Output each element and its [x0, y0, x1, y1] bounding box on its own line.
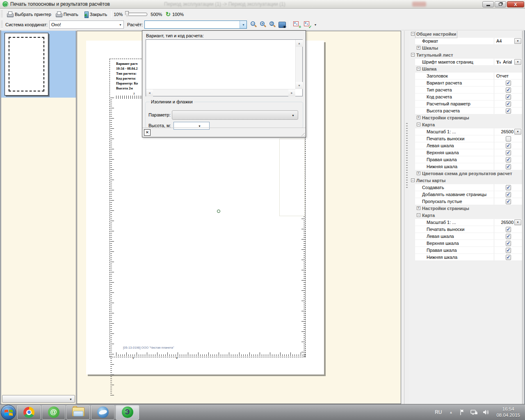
start-button[interactable]	[1, 405, 16, 420]
expand-icon[interactable]: +	[417, 116, 420, 119]
scroll-left-icon[interactable]: ◄	[146, 89, 153, 96]
grid-item-row[interactable]: Расчетный параметр✓	[410, 100, 522, 107]
calc-combobox[interactable]: ▼	[144, 21, 247, 29]
grid-item-row[interactable]: Правая шкала✓	[410, 156, 522, 163]
scroll-down-icon[interactable]: ▼	[296, 82, 303, 89]
thumbnail-selection[interactable]	[1, 31, 76, 98]
grid-item-row[interactable]: Масштаб 1: ...26500▼	[410, 219, 522, 226]
checkbox-checked[interactable]: ✓	[506, 157, 511, 162]
collapse-icon[interactable]: −	[417, 67, 420, 71]
select-printer-button[interactable]: Выбрать принтер	[5, 11, 53, 18]
grid-item-row[interactable]: Нижняя шкала✓	[410, 254, 522, 261]
vertical-scrollbar[interactable]: ▲ ▼	[295, 40, 302, 89]
zoom-page-button[interactable]: ▯	[269, 21, 276, 28]
maximize-button[interactable]	[495, 1, 506, 7]
tray-chevron-icon[interactable]: ▲	[450, 411, 453, 414]
grid-item-row[interactable]: Код расчета✓	[410, 94, 522, 100]
checkbox-checked[interactable]: ✓	[506, 143, 511, 148]
toolbar-grip[interactable]	[1, 11, 3, 18]
refresh-zoom-icon[interactable]: ↻	[165, 11, 171, 17]
checkbox-checked[interactable]: ✓	[506, 87, 511, 93]
grid-item-row[interactable]: Добавлять название страницы✓	[410, 191, 522, 198]
horizontal-scrollbar[interactable]: ◄ ►	[146, 89, 295, 96]
view-area-button[interactable]	[278, 22, 286, 28]
collapse-icon[interactable]: −	[417, 123, 420, 126]
expand-icon[interactable]: +	[417, 206, 420, 210]
grid-category-row[interactable]: −Шапка	[410, 66, 522, 73]
dropdown-button[interactable]: ▼	[514, 129, 521, 135]
close-preview-button[interactable]: Закрыть	[80, 11, 109, 18]
grid-item-row[interactable]: Шрифт макетов страницTтArial▼	[410, 59, 522, 66]
slider-thumb[interactable]	[125, 11, 129, 17]
zoom-slider[interactable]	[125, 11, 148, 18]
checkbox-unchecked[interactable]	[506, 136, 511, 142]
grid-item-row[interactable]: ЗаголовокОтчет	[410, 73, 522, 80]
toolbar-grip[interactable]	[1, 21, 3, 28]
grid-item-row[interactable]: Левая шкала✓	[410, 233, 522, 240]
checkbox-checked[interactable]: ✓	[506, 94, 511, 100]
network-icon[interactable]	[470, 409, 478, 415]
grid-category-row[interactable]: −Карта	[410, 212, 522, 219]
checkbox-checked[interactable]: ✓	[506, 101, 511, 107]
dropdown-button[interactable]: ▼	[514, 59, 521, 65]
collapse-icon[interactable]: −	[411, 178, 415, 182]
speaker-icon[interactable]	[483, 409, 490, 415]
zoom-in-button[interactable]: +	[260, 21, 267, 28]
grid-category-row[interactable]: +Шкалы	[410, 45, 522, 52]
language-indicator[interactable]: RU	[435, 409, 442, 415]
grid-category-row[interactable]: −Общие настройки	[410, 31, 522, 38]
grid-category-row[interactable]: −Карта	[410, 121, 522, 128]
page-thumbnail[interactable]	[5, 33, 48, 96]
grid-item-row[interactable]: Печатать выноски	[410, 135, 522, 142]
action-center-flag-icon[interactable]	[459, 409, 466, 415]
panel-splitter[interactable]	[404, 31, 409, 404]
grid-item-row[interactable]: Правая шкала✓	[410, 247, 522, 254]
checkbox-checked[interactable]: ✓	[506, 150, 511, 155]
thumbnail-panel-combobox[interactable]: ▼	[2, 395, 75, 403]
checkbox-checked[interactable]: ✓	[506, 185, 511, 190]
scroll-right-icon[interactable]: ►	[288, 89, 295, 96]
grid-category-row[interactable]: +Настройки страницы	[410, 205, 522, 212]
grid-item-row[interactable]: Верхняя шкала✓	[410, 240, 522, 247]
panel-close-button[interactable]: ✕	[144, 129, 151, 136]
dropdown-button[interactable]: ▼	[514, 38, 521, 44]
expand-icon[interactable]: +	[417, 46, 420, 50]
add-substance-button[interactable]: +	[293, 21, 301, 28]
chevron-down-icon[interactable]: ▼	[240, 21, 247, 28]
param-combobox[interactable]: ▼	[172, 110, 298, 120]
grid-item-row[interactable]: Пропускать пустые✓	[410, 198, 522, 205]
grid-item-row[interactable]: ФорматA4▼	[410, 38, 522, 45]
taskbar-chrome-button[interactable]	[17, 405, 41, 420]
checkbox-checked[interactable]: ✓	[506, 227, 511, 232]
checkbox-checked[interactable]: ✓	[506, 255, 511, 260]
checkbox-checked[interactable]: ✓	[506, 199, 511, 204]
expand-icon[interactable]: +	[417, 171, 420, 175]
checkbox-checked[interactable]: ✓	[506, 241, 511, 246]
zoom-out-button[interactable]: −	[250, 21, 257, 28]
checkbox-checked[interactable]: ✓	[506, 248, 511, 253]
checkbox-checked[interactable]: ✓	[506, 192, 511, 197]
grid-item-row[interactable]: Левая шкала✓	[410, 142, 522, 149]
grid-item-row[interactable]: Нижняя шкала✓	[410, 163, 522, 170]
grid-category-row[interactable]: +Цветовая схема для результатов расчет	[410, 170, 522, 177]
chevron-down-icon[interactable]: ▼	[314, 23, 317, 26]
grid-category-row[interactable]: −Титульный лист	[410, 52, 522, 59]
checkbox-checked[interactable]: ✓	[506, 234, 511, 239]
dropdown-button[interactable]: ▼	[514, 219, 521, 225]
grid-item-row[interactable]: Высота расчета✓	[410, 107, 522, 114]
coord-system-combobox[interactable]: Оно! ▼	[49, 21, 124, 29]
collapse-icon[interactable]: −	[411, 53, 415, 57]
calc-variant-list[interactable]: ▲ ▼ ◄ ►	[146, 39, 303, 96]
taskbar-mail-agent-button[interactable]: @	[42, 405, 65, 420]
minimize-button[interactable]	[482, 1, 494, 7]
scroll-up-icon[interactable]: ▲	[296, 40, 303, 47]
print-button[interactable]: Печать	[53, 11, 80, 18]
taskbar-uprza-button[interactable]	[91, 405, 114, 420]
slider-track[interactable]	[128, 13, 147, 16]
collapse-icon[interactable]: −	[411, 32, 415, 36]
grid-category-row[interactable]: +Настройки страницы	[410, 114, 522, 121]
collapse-icon[interactable]: −	[417, 213, 420, 217]
close-button[interactable]: X	[507, 1, 524, 7]
grid-item-row[interactable]: Создавать✓	[410, 184, 522, 191]
grid-category-row[interactable]: −Листы карты	[410, 177, 522, 184]
